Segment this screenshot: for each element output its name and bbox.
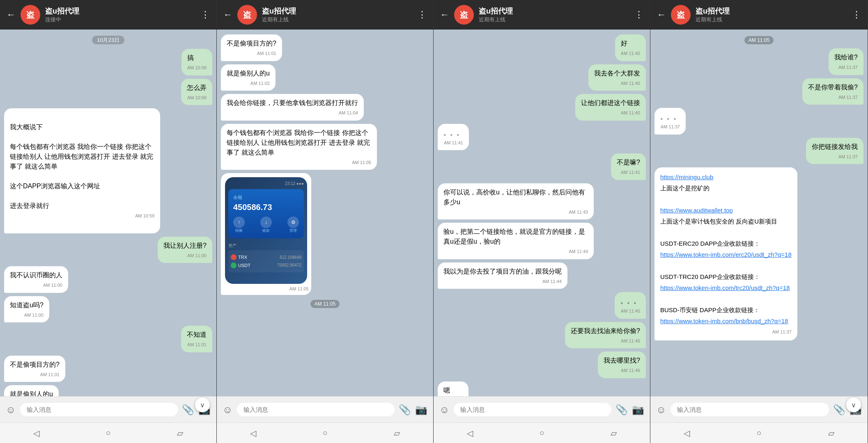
emoji-button-1[interactable]: ☺ bbox=[6, 404, 16, 416]
bubble-sent: 我给谁? AM 11:37 bbox=[829, 48, 863, 75]
more-options-3[interactable]: ⋮ bbox=[634, 9, 643, 20]
nav-recents-2[interactable]: ▱ bbox=[394, 428, 400, 438]
chat-footer-4: ☺ 📎 📷 bbox=[650, 396, 868, 422]
emoji-button-2[interactable]: ☺ bbox=[223, 404, 233, 416]
link-mining[interactable]: https://miningu.club bbox=[660, 174, 713, 180]
back-button-1[interactable]: ← bbox=[7, 9, 16, 20]
more-options-2[interactable]: ⋮ bbox=[418, 9, 427, 20]
nav-recents-3[interactable]: ▱ bbox=[611, 428, 617, 438]
msg-row: 好 AM 11:40 bbox=[438, 34, 646, 61]
bubble-received: 每个钱包都有个浏览器 我给你一个链接 你把这个链接给别人 让他用钱包浏览器打开 … bbox=[221, 124, 377, 170]
nav-home-4[interactable]: ○ bbox=[756, 428, 761, 438]
nav-home-2[interactable]: ○ bbox=[322, 428, 327, 438]
link-busd[interactable]: https://www.token-imb.com/bnb/busd_zh?q=… bbox=[660, 317, 788, 324]
contact-status-1: 连接中 bbox=[45, 16, 196, 23]
nav-home-1[interactable]: ○ bbox=[106, 428, 110, 438]
message-input-2[interactable] bbox=[237, 403, 395, 416]
back-button-4[interactable]: ← bbox=[657, 9, 666, 20]
chat-body-1: 10月23日 搞 AM 10:58 怎么弄 AM 10:58 我大概说下 每个钱… bbox=[0, 30, 216, 396]
avatar-2: 盗 bbox=[237, 5, 257, 25]
msg-row: 你把链接发给我 AM 11:37 bbox=[654, 138, 863, 164]
msg-row: 还要我去找油来给你偷? AM 11:46 bbox=[438, 322, 646, 349]
more-options-4[interactable]: ⋮ bbox=[852, 9, 861, 20]
contact-status-3: 近期有上线 bbox=[479, 16, 629, 23]
contact-name-4: 盗u招代理 bbox=[696, 6, 847, 16]
msg-row: 不是偷项目方的? AM 11:01 bbox=[221, 34, 429, 61]
msg-row: 我会给你链接，只要他拿钱包浏览器打开就行 AM 11:04 bbox=[221, 94, 429, 121]
bubble-received: 就是偷别人的u AM 11:02 bbox=[4, 385, 59, 396]
bubble-sent: 我去各个大群发 AM 11:40 bbox=[588, 64, 646, 91]
chat-header-1: ← 盗 盗u招代理 连接中 ⋮ bbox=[0, 0, 216, 30]
bubble-received: 不是偷项目方的? AM 11:01 bbox=[4, 356, 65, 382]
back-button-2[interactable]: ← bbox=[223, 9, 232, 20]
chat-body-4: AM 11:05 我给谁? AM 11:37 不是你带着我偷? AM 11:37… bbox=[650, 30, 868, 396]
attachment-button-1[interactable]: 📎 bbox=[182, 404, 194, 416]
emoji-button-3[interactable]: ☺ bbox=[439, 404, 450, 416]
phone-screen: 23:12 ●●● 余额 450586.73 ↑转账 ↓收款 ⚙管理 资产 bbox=[225, 177, 307, 284]
message-input-3[interactable] bbox=[454, 403, 611, 416]
bubble-sent: 不是嘛? AM 11:41 bbox=[611, 153, 646, 180]
bubble-received: 我不认识币圈的人 AM 11:00 bbox=[4, 266, 68, 293]
link-trc20[interactable]: https://www.token-imb.com/trc20/usdt_zh?… bbox=[660, 284, 790, 291]
nav-recents-1[interactable]: ▱ bbox=[177, 428, 183, 438]
msg-row: 搞 AM 10:58 bbox=[4, 49, 212, 75]
header-info-3: 盗u招代理 近期有上线 bbox=[479, 6, 629, 23]
scroll-down-button-1[interactable]: ∨ bbox=[195, 397, 210, 412]
bubble-received: 你可以说，高价收u，让他们私聊你，然后问他有多少u AM 11:43 bbox=[438, 183, 594, 220]
message-input-4[interactable] bbox=[671, 403, 829, 416]
chat-panel-4: ← 盗 盗u招代理 近期有上线 ⋮ AM 11:05 我给谁? AM 11:37… bbox=[650, 0, 868, 443]
chat-panel-2: ← 盗 盗u招代理 近期有上线 ⋮ 不是偷项目方的? AM 11:01 就是偷别… bbox=[217, 0, 434, 443]
emoji-button-4[interactable]: ☺ bbox=[656, 404, 666, 416]
chat-header-3: ← 盗 盗u招代理 近期有上线 ⋮ bbox=[434, 0, 650, 30]
bubble-received: 不是偷项目方的? AM 11:01 bbox=[221, 34, 282, 61]
scroll-down-button-4[interactable]: ∨ bbox=[846, 397, 861, 412]
date-badge-1: 10月23日 bbox=[4, 36, 212, 44]
nav-bar-3: ◁ ○ ▱ bbox=[434, 422, 650, 443]
msg-row: 你可以说，高价收u，让他们私聊你，然后问他有多少u AM 11:43 bbox=[438, 183, 646, 220]
image-bubble: 23:12 ●●● 余额 450586.73 ↑转账 ↓收款 ⚙管理 资产 bbox=[221, 173, 311, 295]
nav-back-2[interactable]: ◁ bbox=[250, 428, 256, 438]
msg-row: 。。。 AM 11:41 bbox=[438, 124, 646, 151]
msg-row: 我给谁? AM 11:37 bbox=[654, 48, 863, 75]
msg-row: 怎么弄 AM 10:58 bbox=[4, 79, 212, 105]
header-info-2: 盗u招代理 近期有上线 bbox=[262, 6, 413, 23]
msg-row: 就是偷别人的u AM 11:02 bbox=[4, 385, 212, 396]
more-options-1[interactable]: ⋮ bbox=[201, 9, 210, 20]
nav-bar-4: ◁ ○ ▱ bbox=[650, 422, 868, 443]
attachment-button-3[interactable]: 📎 bbox=[615, 404, 628, 416]
message-input-1[interactable] bbox=[20, 403, 178, 416]
back-button-3[interactable]: ← bbox=[440, 9, 449, 20]
chat-header-2: ← 盗 盗u招代理 近期有上线 ⋮ bbox=[217, 0, 433, 30]
nav-bar-2: ◁ ○ ▱ bbox=[217, 422, 433, 443]
chat-footer-2: ☺ 📎 📷 bbox=[217, 396, 433, 422]
msg-row: 。。。 AM 11:45 bbox=[438, 292, 646, 319]
bubble-received: 嗯 AM 11:48 bbox=[438, 381, 468, 397]
chat-footer-3: ☺ 📎 📷 bbox=[434, 396, 650, 422]
phone-screenshot: 23:12 ●●● 余额 450586.73 ↑转账 ↓收款 ⚙管理 资产 bbox=[225, 177, 307, 284]
bubble-sent: 你把链接发给我 AM 11:37 bbox=[806, 138, 863, 164]
bubble-received: 就是偷别人的u AM 11:02 bbox=[221, 64, 276, 91]
nav-home-3[interactable]: ○ bbox=[539, 428, 544, 438]
avatar-3: 盗 bbox=[454, 5, 474, 25]
msg-row: 不知道 AM 11:01 bbox=[4, 326, 212, 352]
msg-row: 就是偷别人的u AM 11:02 bbox=[221, 64, 429, 91]
contact-name-3: 盗u招代理 bbox=[479, 6, 629, 16]
contact-status-4: 近期有上线 bbox=[696, 16, 847, 23]
link-audit[interactable]: https://www.auditwallet.top bbox=[660, 207, 733, 214]
chat-panel-1: ← 盗 盗u招代理 连接中 ⋮ 10月23日 搞 AM 10:58 怎么弄 AM… bbox=[0, 0, 217, 443]
chat-body-2: 不是偷项目方的? AM 11:01 就是偷别人的u AM 11:02 我会给你链… bbox=[217, 30, 433, 396]
bubble-received: 验u，把第二个链接给他，就说是官方的链接，是真u还是假u，验u的 AM 11:4… bbox=[438, 223, 594, 259]
msg-row: 。。。 AM 11:37 bbox=[654, 108, 863, 135]
nav-back-4[interactable]: ◁ bbox=[684, 428, 690, 438]
nav-back-1[interactable]: ◁ bbox=[33, 428, 39, 438]
contact-status-2: 近期有上线 bbox=[262, 16, 413, 23]
nav-recents-4[interactable]: ▱ bbox=[828, 428, 834, 438]
msg-row: 嗯 AM 11:48 bbox=[438, 381, 646, 397]
camera-button-2[interactable]: 📷 bbox=[415, 404, 427, 416]
time-badge-4: AM 11:05 bbox=[654, 36, 863, 43]
link-erc20[interactable]: https://www.token-imb.com/erc20/usdt_zh?… bbox=[660, 251, 792, 258]
attachment-button-2[interactable]: 📎 bbox=[399, 404, 411, 416]
nav-back-3[interactable]: ◁ bbox=[467, 428, 473, 438]
camera-button-3[interactable]: 📷 bbox=[632, 404, 644, 416]
msg-row: 我去各个大群发 AM 11:40 bbox=[438, 64, 646, 91]
